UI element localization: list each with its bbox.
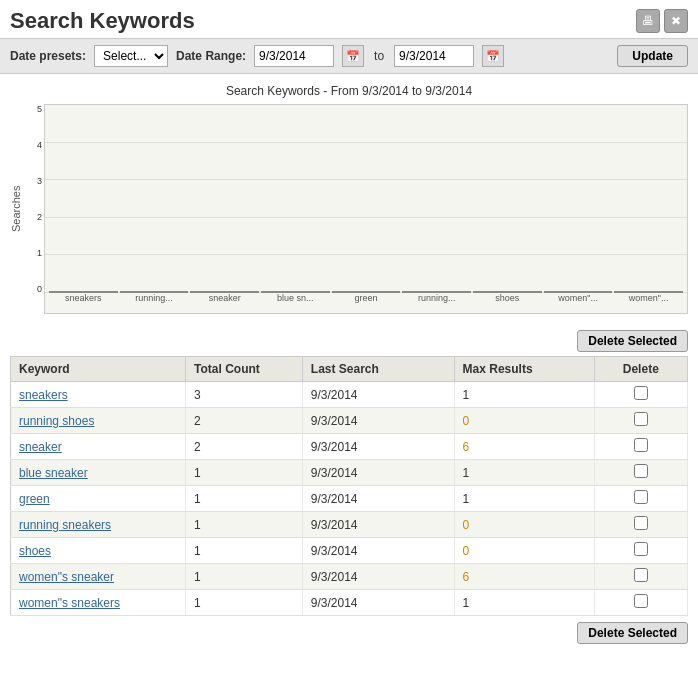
table-row: sneaker 2 9/3/2014 6 bbox=[11, 434, 688, 460]
delete-cell bbox=[594, 564, 687, 590]
delete-checkbox[interactable] bbox=[634, 516, 648, 530]
x-label-running2: running... bbox=[402, 293, 471, 313]
table-header-row: Keyword Total Count Last Search Max Resu… bbox=[11, 357, 688, 382]
count-cell: 1 bbox=[186, 486, 303, 512]
y-tick-5: 5 bbox=[26, 104, 44, 114]
delete-checkbox[interactable] bbox=[634, 568, 648, 582]
date-from-input[interactable] bbox=[254, 45, 334, 67]
count-cell: 1 bbox=[186, 460, 303, 486]
table-row: green 1 9/3/2014 1 bbox=[11, 486, 688, 512]
keyword-link[interactable]: women"s sneakers bbox=[19, 596, 120, 610]
max-results-cell: 1 bbox=[454, 486, 594, 512]
max-results-value: 1 bbox=[463, 388, 470, 402]
x-label-green: green bbox=[332, 293, 401, 313]
last-search-cell: 9/3/2014 bbox=[302, 512, 454, 538]
count-cell: 2 bbox=[186, 408, 303, 434]
delete-checkbox[interactable] bbox=[634, 386, 648, 400]
date-presets-label: Date presets: bbox=[10, 49, 86, 63]
delete-checkbox[interactable] bbox=[634, 464, 648, 478]
chart-container: Searches 0 1 2 3 4 5 bbox=[10, 104, 688, 314]
delete-checkbox[interactable] bbox=[634, 594, 648, 608]
max-results-cell: 0 bbox=[454, 408, 594, 434]
keyword-cell: running shoes bbox=[11, 408, 186, 434]
count-cell: 3 bbox=[186, 382, 303, 408]
keyword-link[interactable]: shoes bbox=[19, 544, 51, 558]
max-results-value: 1 bbox=[463, 492, 470, 506]
table-row: running shoes 2 9/3/2014 0 bbox=[11, 408, 688, 434]
y-tick-4: 4 bbox=[26, 140, 44, 150]
delete-checkbox[interactable] bbox=[634, 490, 648, 504]
max-results-cell: 6 bbox=[454, 434, 594, 460]
last-search-cell: 9/3/2014 bbox=[302, 382, 454, 408]
max-results-value: 0 bbox=[463, 518, 470, 532]
page-title: Search Keywords bbox=[10, 8, 195, 34]
y-tick-1: 1 bbox=[26, 248, 44, 258]
keyword-cell: sneakers bbox=[11, 382, 186, 408]
date-presets-select[interactable]: Select... bbox=[94, 45, 168, 67]
toolbar: Date presets: Select... Date Range: 📅 to… bbox=[0, 39, 698, 74]
chart-bars bbox=[45, 105, 687, 293]
delete-checkbox[interactable] bbox=[634, 412, 648, 426]
calendar-from-icon[interactable]: 📅 bbox=[342, 45, 364, 67]
delete-cell bbox=[594, 512, 687, 538]
keyword-link[interactable]: sneakers bbox=[19, 388, 68, 402]
delete-cell bbox=[594, 434, 687, 460]
max-results-value: 0 bbox=[463, 414, 470, 428]
delete-cell bbox=[594, 408, 687, 434]
page-header: Search Keywords 🖶 ✖ bbox=[0, 0, 698, 39]
count-cell: 1 bbox=[186, 564, 303, 590]
delete-checkbox[interactable] bbox=[634, 542, 648, 556]
x-label-running: running... bbox=[120, 293, 189, 313]
keyword-cell: running sneakers bbox=[11, 512, 186, 538]
keyword-link[interactable]: running sneakers bbox=[19, 518, 111, 532]
col-header-last-search: Last Search bbox=[302, 357, 454, 382]
max-results-cell: 1 bbox=[454, 460, 594, 486]
table-section: Delete Selected Keyword Total Count Last… bbox=[0, 324, 698, 654]
date-range-label: Date Range: bbox=[176, 49, 246, 63]
keywords-table: Keyword Total Count Last Search Max Resu… bbox=[10, 356, 688, 616]
keyword-cell: shoes bbox=[11, 538, 186, 564]
max-results-value: 0 bbox=[463, 544, 470, 558]
last-search-cell: 9/3/2014 bbox=[302, 460, 454, 486]
count-cell: 1 bbox=[186, 512, 303, 538]
last-search-cell: 9/3/2014 bbox=[302, 434, 454, 460]
close-icon[interactable]: ✖ bbox=[664, 9, 688, 33]
delete-selected-top-button[interactable]: Delete Selected bbox=[577, 330, 688, 352]
bottom-delete-container: Delete Selected bbox=[10, 622, 688, 644]
chart-y-label: Searches bbox=[10, 104, 22, 314]
keyword-cell: women"s sneaker bbox=[11, 564, 186, 590]
y-tick-3: 3 bbox=[26, 176, 44, 186]
x-label-womens2: women"... bbox=[614, 293, 683, 313]
table-row: women"s sneaker 1 9/3/2014 6 bbox=[11, 564, 688, 590]
max-results-cell: 1 bbox=[454, 590, 594, 616]
last-search-cell: 9/3/2014 bbox=[302, 564, 454, 590]
y-tick-0: 0 bbox=[26, 284, 44, 294]
date-to-input[interactable] bbox=[394, 45, 474, 67]
x-label-shoes: shoes bbox=[473, 293, 542, 313]
delete-checkbox[interactable] bbox=[634, 438, 648, 452]
col-header-delete: Delete bbox=[594, 357, 687, 382]
max-results-value: 6 bbox=[463, 570, 470, 584]
col-header-count: Total Count bbox=[186, 357, 303, 382]
table-row: sneakers 3 9/3/2014 1 bbox=[11, 382, 688, 408]
x-label-blue-sn: blue sn... bbox=[261, 293, 330, 313]
count-cell: 2 bbox=[186, 434, 303, 460]
x-labels: sneakers running... sneaker blue sn... g… bbox=[45, 293, 687, 313]
calendar-to-icon[interactable]: 📅 bbox=[482, 45, 504, 67]
delete-cell bbox=[594, 486, 687, 512]
keyword-link[interactable]: green bbox=[19, 492, 50, 506]
keyword-link[interactable]: running shoes bbox=[19, 414, 94, 428]
max-results-cell: 0 bbox=[454, 538, 594, 564]
delete-cell bbox=[594, 382, 687, 408]
count-cell: 1 bbox=[186, 538, 303, 564]
table-row: blue sneaker 1 9/3/2014 1 bbox=[11, 460, 688, 486]
printer-icon[interactable]: 🖶 bbox=[636, 9, 660, 33]
keyword-link[interactable]: blue sneaker bbox=[19, 466, 88, 480]
table-row: shoes 1 9/3/2014 0 bbox=[11, 538, 688, 564]
max-results-value: 6 bbox=[463, 440, 470, 454]
keyword-link[interactable]: sneaker bbox=[19, 440, 62, 454]
update-button[interactable]: Update bbox=[617, 45, 688, 67]
delete-selected-bottom-button[interactable]: Delete Selected bbox=[577, 622, 688, 644]
keyword-link[interactable]: women"s sneaker bbox=[19, 570, 114, 584]
delete-cell bbox=[594, 460, 687, 486]
